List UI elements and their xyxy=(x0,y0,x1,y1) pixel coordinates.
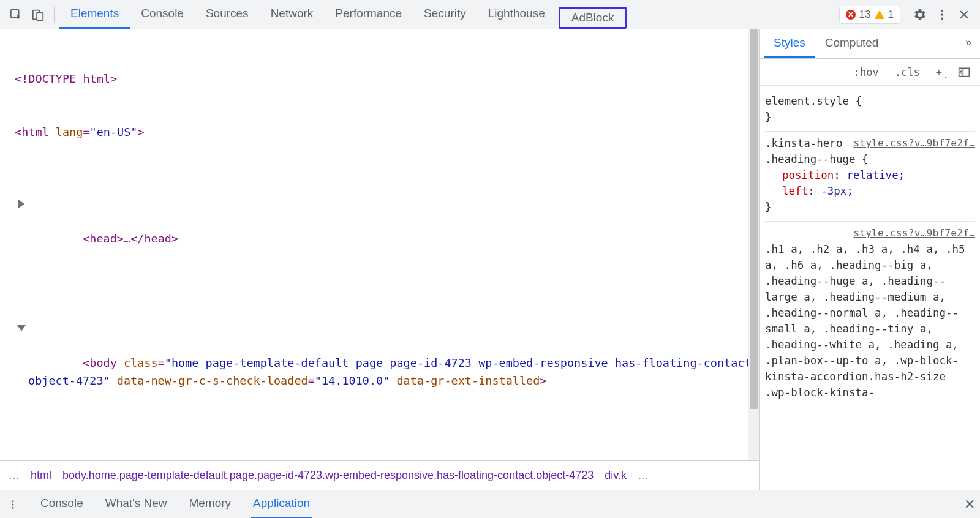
svg-point-8 xyxy=(12,503,14,505)
close-devtools-icon[interactable] xyxy=(953,4,975,26)
drawer-more-icon[interactable] xyxy=(5,494,21,516)
drawer-tab-whatsnew[interactable]: What's New xyxy=(103,490,170,519)
breadcrumb-item[interactable]: body.home.page-template-default.page.pag… xyxy=(62,469,594,482)
svg-rect-2 xyxy=(37,12,43,20)
device-toolbar-icon[interactable] xyxy=(27,4,49,26)
tab-console[interactable]: Console xyxy=(130,0,195,29)
drawer-close-icon[interactable]: ✕ xyxy=(964,497,975,512)
sidebar-tab-computed[interactable]: Computed xyxy=(815,29,889,58)
svg-point-4 xyxy=(941,13,943,16)
tab-security[interactable]: Security xyxy=(413,0,477,29)
breadcrumb-item[interactable]: html xyxy=(31,469,51,482)
style-rule[interactable]: style.css?v…9bf7e2f… .kinsta-hero .headi… xyxy=(765,131,975,215)
style-rule[interactable]: style.css?v…9bf7e2f… .h1 a, .h2 a, .h3 a… xyxy=(765,221,975,400)
drawer-tab-application[interactable]: Application xyxy=(251,490,312,519)
warning-icon xyxy=(875,10,884,19)
styles-sidebar: Styles Computed » :hov .cls +▾ element.s… xyxy=(760,29,980,490)
main-content: <!DOCTYPE html> <html lang="en-US"> <hea… xyxy=(0,29,980,490)
devtools-toolbar: Elements Console Sources Network Perform… xyxy=(0,0,980,29)
sidebar-tab-styles[interactable]: Styles xyxy=(764,29,815,58)
sidebar-tabs: Styles Computed » xyxy=(760,29,980,59)
drawer-tab-memory[interactable]: Memory xyxy=(186,490,233,519)
source-link[interactable]: style.css?v…9bf7e2f… xyxy=(853,135,975,151)
tab-network[interactable]: Network xyxy=(260,0,325,29)
dom-panel: <!DOCTYPE html> <html lang="en-US"> <hea… xyxy=(0,29,760,490)
error-icon: ✕ xyxy=(846,10,856,20)
warning-count: 1 xyxy=(888,9,894,21)
drawer: Console What's New Memory Application ✕ xyxy=(0,490,980,518)
svg-point-7 xyxy=(12,500,14,502)
drawer-tab-console[interactable]: Console xyxy=(38,490,86,519)
breadcrumb-item[interactable]: div.k xyxy=(605,469,627,482)
inspect-element-icon[interactable] xyxy=(5,4,27,26)
tab-elements[interactable]: Elements xyxy=(59,0,130,29)
dom-scrollbar[interactable] xyxy=(748,29,760,460)
svg-point-5 xyxy=(941,17,943,20)
tab-performance[interactable]: Performance xyxy=(324,0,413,29)
svg-point-9 xyxy=(12,506,14,508)
new-style-rule-icon[interactable]: +▾ xyxy=(932,65,946,80)
cls-toggle[interactable]: .cls xyxy=(891,65,924,80)
breadcrumb[interactable]: … html body.home.page-template-default.p… xyxy=(0,460,760,490)
error-count: 13 xyxy=(859,9,871,21)
tab-adblock[interactable]: AdBlock xyxy=(559,7,627,29)
tab-sources[interactable]: Sources xyxy=(195,0,260,29)
dom-tree[interactable]: <!DOCTYPE html> <html lang="en-US"> <hea… xyxy=(0,29,760,460)
breadcrumb-trail: … xyxy=(638,469,649,482)
svg-point-3 xyxy=(941,9,943,12)
sidebar-more-tabs-icon[interactable]: » xyxy=(960,29,976,58)
breadcrumb-more[interactable]: … xyxy=(9,469,20,482)
console-status[interactable]: ✕ 13 1 xyxy=(839,6,900,24)
main-panel-tabs: Elements Console Sources Network Perform… xyxy=(59,0,629,29)
styles-pane[interactable]: element.style { } style.css?v…9bf7e2f… .… xyxy=(760,86,980,490)
settings-gear-icon[interactable] xyxy=(909,4,931,26)
tab-lighthouse[interactable]: Lighthouse xyxy=(477,0,556,29)
toolbar-divider xyxy=(54,7,55,23)
style-rule[interactable]: element.style { } xyxy=(765,89,975,125)
hov-toggle[interactable]: :hov xyxy=(850,65,883,80)
toggle-computed-sidebar-icon[interactable] xyxy=(954,66,974,79)
styles-toolbar: :hov .cls +▾ xyxy=(760,59,980,86)
source-link[interactable]: style.css?v…9bf7e2f… xyxy=(853,225,975,241)
more-options-icon[interactable] xyxy=(931,4,953,26)
